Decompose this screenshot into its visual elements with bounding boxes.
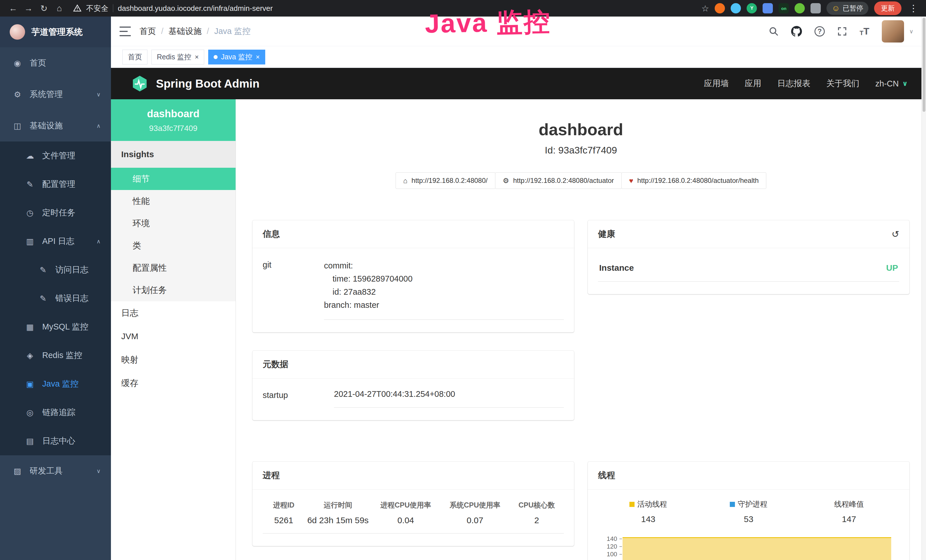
history-icon[interactable]: ↺ <box>891 229 899 240</box>
home-icon[interactable]: ⌂ <box>53 2 66 15</box>
app-logo-row: 芋道管理系统 <box>0 17 111 47</box>
info-panel-title: 信息 <box>253 220 574 248</box>
column-header: 进程CPU使用率 <box>371 495 440 512</box>
log-center-icon: ▤ <box>24 436 36 446</box>
threads-legend: 活动线程 143 守护进程 <box>598 499 899 524</box>
on-extension-icon[interactable]: on <box>779 3 789 14</box>
github-icon[interactable] <box>791 26 802 37</box>
sidebar-toggle-icon[interactable] <box>120 27 131 36</box>
sba-nav-scheduled-tasks[interactable]: 计划任务 <box>111 279 236 301</box>
nav-about[interactable]: 关于我们 <box>826 78 859 89</box>
y-extension-icon[interactable]: Y <box>747 3 757 14</box>
puzzle-extension-icon[interactable] <box>811 3 821 14</box>
instance-header: dashboard 93a3fc7f7409 <box>111 99 236 141</box>
startup-label: startup <box>263 389 334 408</box>
legend-live-threads: 活动线程 143 <box>598 499 698 524</box>
tab-home[interactable]: 首页 <box>123 50 147 65</box>
update-button[interactable]: 更新 <box>874 2 902 15</box>
sba-nav-environment[interactable]: 环境 <box>111 212 236 235</box>
sidebar-item-mysql-monitor[interactable]: ▦ MySQL 监控 <box>0 313 111 341</box>
process-cpu-value: 0.04 <box>371 512 440 533</box>
sidebar-item-label: 系统管理 <box>30 89 63 100</box>
sidebar-item-redis-monitor[interactable]: ◈ Redis 监控 <box>0 341 111 370</box>
sidebar-item-scheduled-jobs[interactable]: ◷ 定时任务 <box>0 198 111 227</box>
url-text: dashboard.yudao.iocoder.cn/infra/admin-s… <box>118 4 272 13</box>
sidebar-item-link-tracing[interactable]: ◎ 链路追踪 <box>0 398 111 427</box>
user-avatar[interactable] <box>882 20 904 42</box>
spring-boot-admin-logo[interactable] <box>131 75 148 92</box>
threads-panel-title: 线程 <box>588 462 909 490</box>
sba-nav-configprops[interactable]: 配置属性 <box>111 257 236 279</box>
sidebar-item-file-management[interactable]: ☁ 文件管理 <box>0 141 111 170</box>
nav-journal[interactable]: 日志报表 <box>777 78 810 89</box>
search-icon[interactable] <box>769 27 779 36</box>
drop-extension-icon[interactable] <box>731 3 741 14</box>
tab-java-monitor[interactable]: Java 监控 × <box>208 50 265 65</box>
sba-nav-mappings[interactable]: 映射 <box>111 348 236 371</box>
health-panel-title: 健康 ↺ <box>588 220 909 248</box>
active-tab-dot <box>213 55 218 59</box>
sidebar-item-infrastructure[interactable]: ◫ 基础设施 ∧ <box>0 110 111 141</box>
sidebar-item-java-monitor[interactable]: ▣ Java 监控 <box>0 370 111 398</box>
scrollbar-thumb[interactable] <box>923 18 925 112</box>
sidebar-item-config-management[interactable]: ✎ 配置管理 <box>0 170 111 198</box>
back-icon[interactable]: ← <box>6 2 20 15</box>
browser-menu-icon[interactable]: ⋮ <box>907 3 920 14</box>
breadcrumb-home[interactable]: 首页 <box>139 26 156 37</box>
dashboard-icon: ◉ <box>11 59 23 68</box>
nav-wallboard[interactable]: 应用墙 <box>704 78 729 89</box>
chevron-down-icon: ∨ <box>96 468 101 474</box>
fox-extension-icon[interactable] <box>715 3 725 14</box>
avatar-caret-icon[interactable]: ∨ <box>909 28 914 35</box>
grid-extension-icon[interactable] <box>763 3 773 14</box>
bookmark-star-icon[interactable]: ☆ <box>702 3 709 14</box>
service-url: http://192.168.0.2:48080/ <box>412 177 488 185</box>
page-scrollbar[interactable] <box>921 17 926 560</box>
close-icon[interactable]: × <box>256 54 260 61</box>
paused-badge[interactable]: ☺ 已暂停 <box>826 2 869 15</box>
mysql-icon: ▦ <box>24 322 36 332</box>
health-instance-row: Instance UP <box>598 253 899 282</box>
leaf-extension-icon[interactable] <box>794 3 805 14</box>
nav-applications[interactable]: 应用 <box>744 78 761 89</box>
sidebar-item-home[interactable]: ◉ 首页 <box>0 47 111 79</box>
sidebar-item-label: MySQL 监控 <box>42 321 88 333</box>
sba-nav-logs[interactable]: 日志 <box>111 301 236 325</box>
actuator-url-button[interactable]: ⚙ http://192.168.0.2:48080/actuator <box>495 172 622 189</box>
address-bar[interactable]: 不安全 dashboard.yudao.iocoder.cn/infra/adm… <box>73 3 272 14</box>
sidebar-item-dev-tools[interactable]: ▨ 研发工具 ∨ <box>0 455 111 487</box>
health-url-button[interactable]: ♥ http://192.168.0.2:48080/actuator/heal… <box>622 172 767 189</box>
admin-sidebar: 芋道管理系统 ◉ 首页 ⚙ 系统管理 ∨ ◫ 基础设施 ∧ ☁ 文件管理 ✎ 配… <box>0 17 111 560</box>
close-icon[interactable]: × <box>195 54 199 61</box>
health-panel: 健康 ↺ Instance UP <box>588 220 909 294</box>
sidebar-item-api-logs[interactable]: ▥ API 日志 ∧ <box>0 227 111 256</box>
live-threads-swatch <box>629 502 634 507</box>
sidebar-item-label: 日志中心 <box>42 435 75 447</box>
locale-select[interactable]: zh-CN ∨ <box>875 79 908 88</box>
java-monitor-icon: ▣ <box>24 380 36 389</box>
app-header: 首页 / 基础设施 / Java 监控 ? TT <box>111 17 926 46</box>
sba-nav-classes[interactable]: 类 <box>111 235 236 257</box>
tab-label: 首页 <box>128 52 142 62</box>
sidebar-item-log-center[interactable]: ▤ 日志中心 <box>0 427 111 455</box>
help-icon[interactable]: ? <box>814 26 825 36</box>
breadcrumb-infrastructure[interactable]: 基础设施 <box>168 26 202 37</box>
service-url-button[interactable]: ⌂ http://192.168.0.2:48080/ <box>396 172 495 189</box>
sba-nav-details[interactable]: 细节 <box>111 168 236 190</box>
forward-icon[interactable]: → <box>22 2 35 15</box>
sidebar-item-access-logs[interactable]: ✎ 访问日志 <box>0 256 111 284</box>
sba-nav-links: 应用墙 应用 日志报表 关于我们 zh-CN ∨ <box>704 78 908 89</box>
sidebar-item-label: 研发工具 <box>30 465 63 477</box>
font-size-icon[interactable]: TT <box>859 26 869 37</box>
sba-nav-caches[interactable]: 缓存 <box>111 371 236 395</box>
clock-icon: ◷ <box>24 208 36 218</box>
tab-redis-monitor[interactable]: Redis 监控 × <box>151 50 204 65</box>
sidebar-item-error-logs[interactable]: ✎ 错误日志 <box>0 284 111 313</box>
header-actions: ? TT ∨ <box>769 20 914 42</box>
sba-nav-jvm[interactable]: JVM <box>111 325 236 348</box>
fullscreen-icon[interactable] <box>837 27 847 36</box>
refresh-icon[interactable]: ↻ <box>37 2 51 15</box>
sidebar-item-system-management[interactable]: ⚙ 系统管理 ∨ <box>0 79 111 110</box>
sba-brand-title[interactable]: Spring Boot Admin <box>156 77 260 90</box>
sba-nav-performance[interactable]: 性能 <box>111 190 236 212</box>
